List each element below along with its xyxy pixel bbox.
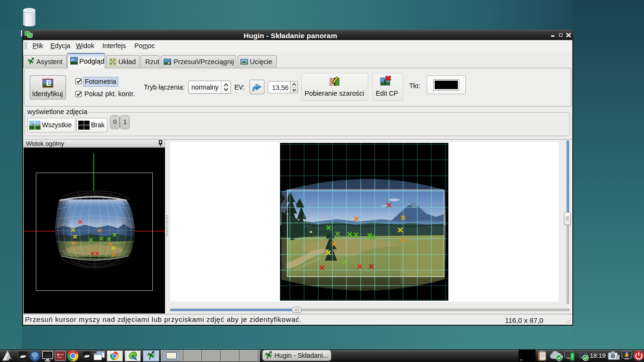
svg-text:1: 1 — [48, 80, 50, 86]
svg-text:GL: GL — [71, 58, 75, 61]
